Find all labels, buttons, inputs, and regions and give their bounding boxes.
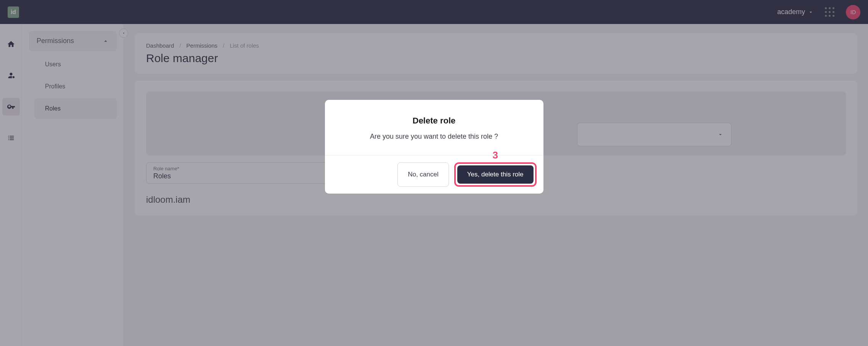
modal-text: Are you sure you want to delete this rol… bbox=[340, 133, 528, 141]
modal-footer: No, cancel 3 Yes, delete this role bbox=[325, 155, 543, 194]
confirm-button-highlight: 3 Yes, delete this role bbox=[454, 162, 537, 187]
confirm-delete-button[interactable]: Yes, delete this role bbox=[457, 165, 534, 184]
modal-title: Delete role bbox=[340, 116, 528, 126]
cancel-button[interactable]: No, cancel bbox=[397, 162, 448, 187]
modal-overlay[interactable]: Delete role Are you sure you want to del… bbox=[0, 0, 868, 346]
delete-role-modal: Delete role Are you sure you want to del… bbox=[325, 100, 543, 194]
modal-body: Delete role Are you sure you want to del… bbox=[325, 100, 543, 155]
annotation-number: 3 bbox=[492, 149, 498, 161]
